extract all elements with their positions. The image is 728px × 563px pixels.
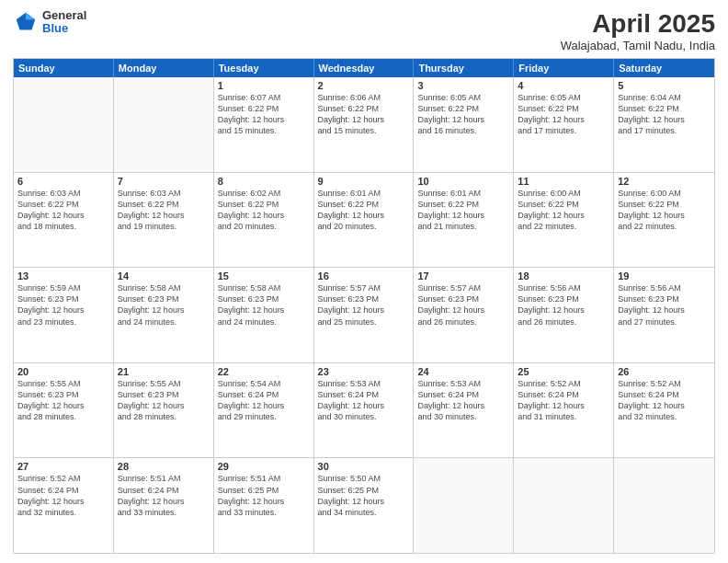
day-header-saturday: Saturday bbox=[614, 59, 714, 77]
calendar-cell: 10Sunrise: 6:01 AMSunset: 6:22 PMDayligh… bbox=[414, 173, 514, 268]
day-number: 6 bbox=[17, 176, 109, 187]
day-number: 5 bbox=[618, 80, 711, 91]
day-info: Sunrise: 6:01 AMSunset: 6:22 PMDaylight:… bbox=[417, 188, 509, 233]
day-number: 17 bbox=[417, 270, 509, 282]
calendar-cell: 1Sunrise: 6:07 AMSunset: 6:22 PMDaylight… bbox=[214, 77, 314, 172]
calendar-cell: 6Sunrise: 6:03 AMSunset: 6:22 PMDaylight… bbox=[14, 173, 114, 268]
day-info: Sunrise: 6:03 AMSunset: 6:22 PMDaylight:… bbox=[17, 188, 109, 233]
day-info: Sunrise: 5:51 AMSunset: 6:24 PMDaylight:… bbox=[118, 473, 210, 518]
day-info: Sunrise: 5:55 AMSunset: 6:23 PMDaylight:… bbox=[118, 378, 210, 423]
day-number: 21 bbox=[118, 366, 210, 377]
logo-icon bbox=[13, 9, 39, 35]
calendar-cell: 25Sunrise: 5:52 AMSunset: 6:24 PMDayligh… bbox=[514, 363, 614, 458]
day-header-thursday: Thursday bbox=[414, 59, 514, 77]
calendar-body: 1Sunrise: 6:07 AMSunset: 6:22 PMDaylight… bbox=[14, 77, 714, 553]
day-number: 24 bbox=[417, 366, 509, 377]
calendar-cell: 14Sunrise: 5:58 AMSunset: 6:23 PMDayligh… bbox=[114, 268, 214, 362]
calendar-cell bbox=[414, 458, 514, 553]
month-title: April 2025 bbox=[561, 9, 715, 39]
calendar-week-4: 20Sunrise: 5:55 AMSunset: 6:23 PMDayligh… bbox=[14, 363, 714, 459]
calendar-cell: 23Sunrise: 5:53 AMSunset: 6:24 PMDayligh… bbox=[314, 363, 415, 458]
day-number: 18 bbox=[518, 270, 609, 282]
day-number: 13 bbox=[17, 270, 109, 282]
calendar-cell bbox=[14, 77, 114, 172]
calendar-week-3: 13Sunrise: 5:59 AMSunset: 6:23 PMDayligh… bbox=[14, 268, 714, 363]
day-number: 19 bbox=[618, 270, 711, 282]
calendar-header: SundayMondayTuesdayWednesdayThursdayFrid… bbox=[14, 59, 714, 77]
calendar-cell: 18Sunrise: 5:56 AMSunset: 6:23 PMDayligh… bbox=[514, 268, 614, 362]
day-number: 25 bbox=[518, 366, 609, 377]
calendar-cell: 27Sunrise: 5:52 AMSunset: 6:24 PMDayligh… bbox=[14, 458, 114, 553]
calendar-cell: 13Sunrise: 5:59 AMSunset: 6:23 PMDayligh… bbox=[14, 268, 114, 362]
calendar-cell: 5Sunrise: 6:04 AMSunset: 6:22 PMDaylight… bbox=[614, 77, 714, 172]
day-info: Sunrise: 6:00 AMSunset: 6:22 PMDaylight:… bbox=[518, 188, 609, 233]
calendar-cell: 4Sunrise: 6:05 AMSunset: 6:22 PMDaylight… bbox=[514, 77, 614, 172]
calendar-cell: 15Sunrise: 5:58 AMSunset: 6:23 PMDayligh… bbox=[214, 268, 314, 362]
day-number: 4 bbox=[518, 80, 609, 91]
calendar-cell: 29Sunrise: 5:51 AMSunset: 6:25 PMDayligh… bbox=[214, 458, 314, 553]
day-info: Sunrise: 5:52 AMSunset: 6:24 PMDaylight:… bbox=[618, 378, 711, 423]
day-info: Sunrise: 5:58 AMSunset: 6:23 PMDaylight:… bbox=[118, 282, 210, 327]
day-info: Sunrise: 6:04 AMSunset: 6:22 PMDaylight:… bbox=[618, 92, 711, 137]
logo-general: General bbox=[42, 9, 86, 22]
day-info: Sunrise: 6:07 AMSunset: 6:22 PMDaylight:… bbox=[218, 92, 310, 137]
calendar-cell bbox=[614, 458, 714, 553]
day-number: 14 bbox=[118, 270, 210, 282]
calendar-cell: 3Sunrise: 6:05 AMSunset: 6:22 PMDaylight… bbox=[414, 77, 514, 172]
logo-blue: Blue bbox=[42, 22, 86, 35]
calendar-week-5: 27Sunrise: 5:52 AMSunset: 6:24 PMDayligh… bbox=[14, 458, 714, 553]
day-number: 7 bbox=[118, 176, 210, 187]
calendar-cell bbox=[114, 77, 214, 172]
calendar-cell: 26Sunrise: 5:52 AMSunset: 6:24 PMDayligh… bbox=[614, 363, 714, 458]
day-info: Sunrise: 5:52 AMSunset: 6:24 PMDaylight:… bbox=[518, 378, 609, 423]
day-number: 1 bbox=[218, 80, 310, 91]
calendar-cell: 2Sunrise: 6:06 AMSunset: 6:22 PMDaylight… bbox=[314, 77, 415, 172]
day-info: Sunrise: 6:06 AMSunset: 6:22 PMDaylight:… bbox=[318, 92, 410, 137]
header: General Blue April 2025 Walajabad, Tamil… bbox=[13, 9, 715, 52]
day-number: 11 bbox=[518, 176, 609, 187]
calendar-week-1: 1Sunrise: 6:07 AMSunset: 6:22 PMDaylight… bbox=[14, 77, 714, 173]
day-info: Sunrise: 6:05 AMSunset: 6:22 PMDaylight:… bbox=[417, 92, 509, 137]
day-info: Sunrise: 5:52 AMSunset: 6:24 PMDaylight:… bbox=[17, 473, 109, 518]
calendar-cell bbox=[514, 458, 614, 553]
day-info: Sunrise: 5:51 AMSunset: 6:25 PMDaylight:… bbox=[218, 473, 310, 518]
day-info: Sunrise: 6:02 AMSunset: 6:22 PMDaylight:… bbox=[218, 188, 310, 233]
day-number: 12 bbox=[618, 176, 711, 187]
day-number: 29 bbox=[218, 461, 310, 472]
calendar-cell: 16Sunrise: 5:57 AMSunset: 6:23 PMDayligh… bbox=[314, 268, 415, 362]
day-info: Sunrise: 5:59 AMSunset: 6:23 PMDaylight:… bbox=[17, 282, 109, 327]
day-info: Sunrise: 5:58 AMSunset: 6:23 PMDaylight:… bbox=[218, 282, 310, 327]
day-number: 16 bbox=[318, 270, 410, 282]
calendar-week-2: 6Sunrise: 6:03 AMSunset: 6:22 PMDaylight… bbox=[14, 173, 714, 269]
day-header-tuesday: Tuesday bbox=[214, 59, 314, 77]
day-info: Sunrise: 5:54 AMSunset: 6:24 PMDaylight:… bbox=[218, 378, 310, 423]
day-number: 9 bbox=[318, 176, 410, 187]
day-header-sunday: Sunday bbox=[14, 59, 114, 77]
logo-text: General Blue bbox=[42, 9, 86, 36]
day-info: Sunrise: 5:56 AMSunset: 6:23 PMDaylight:… bbox=[618, 282, 711, 327]
calendar-cell: 21Sunrise: 5:55 AMSunset: 6:23 PMDayligh… bbox=[114, 363, 214, 458]
svg-marker-1 bbox=[26, 13, 35, 19]
calendar-cell: 9Sunrise: 6:01 AMSunset: 6:22 PMDaylight… bbox=[314, 173, 415, 268]
day-info: Sunrise: 5:57 AMSunset: 6:23 PMDaylight:… bbox=[318, 282, 410, 327]
calendar-cell: 22Sunrise: 5:54 AMSunset: 6:24 PMDayligh… bbox=[214, 363, 314, 458]
day-info: Sunrise: 6:05 AMSunset: 6:22 PMDaylight:… bbox=[518, 92, 609, 137]
day-header-monday: Monday bbox=[114, 59, 214, 77]
calendar-cell: 11Sunrise: 6:00 AMSunset: 6:22 PMDayligh… bbox=[514, 173, 614, 268]
title-block: April 2025 Walajabad, Tamil Nadu, India bbox=[561, 9, 715, 52]
page: General Blue April 2025 Walajabad, Tamil… bbox=[0, 0, 728, 563]
day-info: Sunrise: 5:55 AMSunset: 6:23 PMDaylight:… bbox=[17, 378, 109, 423]
day-number: 20 bbox=[17, 366, 109, 377]
subtitle: Walajabad, Tamil Nadu, India bbox=[561, 39, 715, 52]
calendar-cell: 7Sunrise: 6:03 AMSunset: 6:22 PMDaylight… bbox=[114, 173, 214, 268]
day-number: 3 bbox=[417, 80, 509, 91]
calendar-cell: 24Sunrise: 5:53 AMSunset: 6:24 PMDayligh… bbox=[414, 363, 514, 458]
day-info: Sunrise: 6:00 AMSunset: 6:22 PMDaylight:… bbox=[618, 188, 711, 233]
day-info: Sunrise: 5:53 AMSunset: 6:24 PMDaylight:… bbox=[417, 378, 509, 423]
calendar-cell: 20Sunrise: 5:55 AMSunset: 6:23 PMDayligh… bbox=[14, 363, 114, 458]
day-info: Sunrise: 5:53 AMSunset: 6:24 PMDaylight:… bbox=[318, 378, 410, 423]
day-number: 27 bbox=[17, 461, 109, 472]
calendar-cell: 30Sunrise: 5:50 AMSunset: 6:25 PMDayligh… bbox=[314, 458, 415, 553]
day-number: 28 bbox=[118, 461, 210, 472]
day-header-wednesday: Wednesday bbox=[314, 59, 415, 77]
